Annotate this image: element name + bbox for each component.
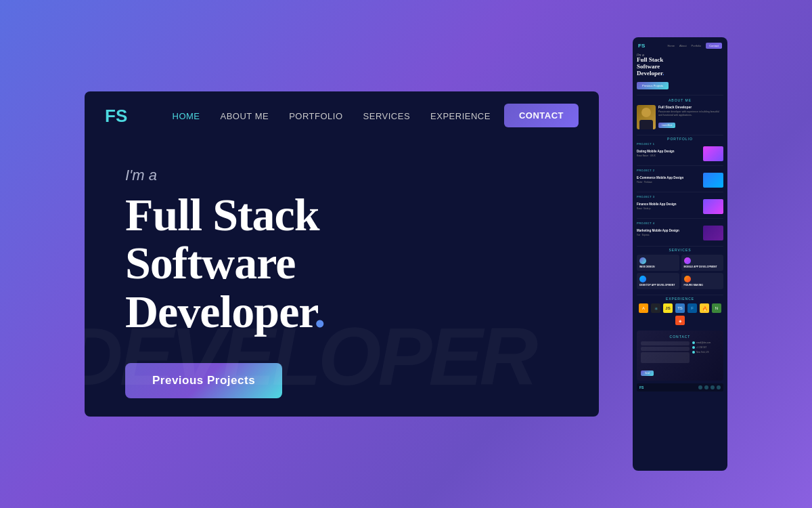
sp-input-email (641, 347, 690, 351)
sp-project-2: PROJECT 2 E-Commerce Mobile App Design F… (637, 169, 723, 188)
sp-footer-logo: FS (639, 385, 644, 389)
sp-service-3: DESKTOP APP DEVELOPMENT (637, 273, 679, 289)
nav-services-link[interactable]: SERVICES (363, 111, 411, 121)
sp-navlink-home: Home (667, 44, 675, 47)
contact-dot-1 (692, 341, 695, 344)
hero-title-line1: Full Stack (125, 189, 319, 240)
logo[interactable]: FS (105, 106, 129, 126)
hero-section: I'm a Full Stack Software Developer. Pre… (85, 140, 599, 417)
nav-portfolio-link[interactable]: PORTFOLIO (289, 111, 342, 121)
contact-button[interactable]: CONTACT (504, 104, 579, 127)
sp-service-4-icon (684, 276, 691, 282)
sp-about-title: ABOUT ME (637, 98, 723, 102)
side-scroll-preview: FS Home About Portfolio Contact I'm a Fu… (633, 37, 727, 471)
nav-about[interactable]: ABOUT ME (221, 110, 269, 122)
sp-project-1: PROJECT 1 Dating Mobile App Design React… (637, 142, 723, 161)
divider-3 (637, 246, 723, 247)
social-icon-4[interactable] (717, 385, 721, 389)
sp-project-3-img (703, 199, 723, 214)
sp-project-1-img (703, 146, 723, 161)
sp-contact-email: email@dev.com (692, 341, 719, 344)
nav-services[interactable]: SERVICES (363, 110, 411, 122)
navbar: FS HOME ABOUT ME PORTFOLIO SERVICES EXPE… (85, 91, 599, 140)
sp-navlink-portfolio: Portfolio (692, 44, 702, 47)
sp-exp-figma: ◈ (675, 316, 685, 325)
social-icon-2[interactable] (704, 385, 708, 389)
sp-service-1-icon (639, 257, 646, 264)
sp-footer-social (698, 385, 721, 389)
sp-avatar (637, 105, 656, 129)
hero-title-line2: Software (125, 237, 295, 289)
sp-hero-title: Full StackSoftwareDeveloper. (637, 57, 723, 77)
sp-exp-js: JS (663, 303, 673, 313)
sp-project-2-tech: Flutter · Firebase (637, 182, 701, 184)
nav-about-link[interactable]: ABOUT ME (221, 111, 269, 121)
sp-project-4-img (703, 226, 723, 240)
sp-about-btn: Learn More (658, 123, 675, 128)
hero-title: Full Stack Software Developer. (125, 191, 558, 336)
social-icon-3[interactable] (710, 385, 715, 389)
sp-exp-grid: A ⚛ JS TS F 🔥 N ◈ (637, 303, 723, 325)
nav-portfolio[interactable]: PORTFOLIO (289, 110, 342, 122)
divider-4 (637, 295, 723, 295)
sp-project-4-label: PROJECT 4 (637, 221, 723, 225)
sp-project-3-desc: Finance Mobile App Design React · Node.j… (637, 203, 701, 211)
sp-service-3-name: DESKTOP APP DEVELOPMENT (639, 284, 677, 287)
contact-email-text: email@dev.com (696, 341, 710, 344)
sp-service-2: MOBILE APP DEVELOPMENT (681, 255, 724, 271)
sp-contact-info: email@dev.com +1 234 567 New York, US (692, 341, 719, 377)
sp-project-4: PROJECT 4 Marketing Mobile App Design Vu… (637, 221, 723, 240)
contact-location-text: New York, US (696, 351, 709, 354)
sp-project-1-label: PROJECT 1 (637, 142, 723, 146)
sp-exp-react: ⚛ (651, 303, 660, 313)
sp-contact-row: Send email@dev.com +1 234 567 (641, 341, 719, 377)
hero-subtitle: I'm a (125, 167, 558, 184)
sp-project-4-name: Marketing Mobile App Design (637, 229, 701, 233)
contact-dot-2 (692, 346, 695, 349)
hero-title-line3: Developer (125, 286, 314, 337)
sp-experience-title: EXPERIENCE (637, 297, 723, 301)
sp-exp-ts: TS (675, 303, 685, 313)
nav-experience[interactable]: EXPERIENCE (430, 110, 491, 122)
sp-project-3-row: Finance Mobile App Design React · Node.j… (637, 199, 723, 214)
nav-home[interactable]: HOME (173, 110, 200, 122)
sp-contact-title: CONTACT (641, 335, 719, 339)
sp-exp-firebase: 🔥 (700, 303, 709, 313)
sp-about-name: Full Stack Developer (658, 105, 723, 109)
sp-hero: I'm a Full StackSoftwareDeveloper. Previ… (637, 53, 723, 89)
social-icon-1[interactable] (698, 385, 702, 389)
sp-service-1-name: WEB DESIGN (639, 266, 677, 268)
divider-proj-2 (637, 192, 723, 192)
page-layout: DEVELOPER FS HOME ABOUT ME PORTFOLIO SER… (85, 37, 727, 471)
sp-submit-btn: Send (641, 371, 654, 376)
sp-service-3-icon (639, 276, 646, 282)
sp-contact-section: CONTACT Send email@dev.com (637, 331, 723, 381)
sp-navlink-about: About (679, 44, 686, 47)
sp-project-2-name: E-Commerce Mobile App Design (637, 176, 701, 180)
sp-footer: FS (637, 383, 723, 391)
sp-navbar: FS Home About Portfolio Contact (637, 43, 723, 49)
nav-experience-link[interactable]: EXPERIENCE (430, 111, 491, 121)
sp-services-grid: WEB DESIGN MOBILE APP DEVELOPMENT DESKTO… (637, 255, 723, 289)
sp-project-2-row: E-Commerce Mobile App Design Flutter · F… (637, 173, 723, 188)
sp-project-1-name: Dating Mobile App Design (637, 150, 701, 154)
sp-service-4-name: FIGURE MAKING (684, 284, 721, 287)
sp-exp-node: N (712, 303, 721, 313)
sp-about-desc: Passionate developer with experience in … (658, 110, 723, 117)
nav-links: HOME ABOUT ME PORTFOLIO SERVICES EXPERIE… (173, 110, 491, 122)
sp-portfolio-title: PORTFOLIO (637, 137, 723, 141)
sp-project-2-desc: E-Commerce Mobile App Design Flutter · F… (637, 176, 701, 184)
main-hero-card: DEVELOPER FS HOME ABOUT ME PORTFOLIO SER… (85, 91, 599, 417)
sp-exp-amazon: A (639, 303, 648, 313)
divider-proj-1 (637, 165, 723, 166)
sp-services-section: SERVICES WEB DESIGN MOBILE APP DEVELOPME… (637, 248, 723, 289)
sp-services-title: SERVICES (637, 248, 723, 252)
nav-home-link[interactable]: HOME (173, 111, 200, 121)
previous-projects-button[interactable]: Previous Projects (125, 363, 282, 398)
sp-contact-location: New York, US (692, 351, 719, 354)
avatar-head (641, 108, 651, 117)
sp-project-3-label: PROJECT 3 (637, 195, 723, 198)
contact-phone-text: +1 234 567 (696, 346, 706, 349)
sp-about-content: Full Stack Developer Passionate develope… (637, 105, 723, 129)
sp-project-2-img (703, 173, 723, 188)
